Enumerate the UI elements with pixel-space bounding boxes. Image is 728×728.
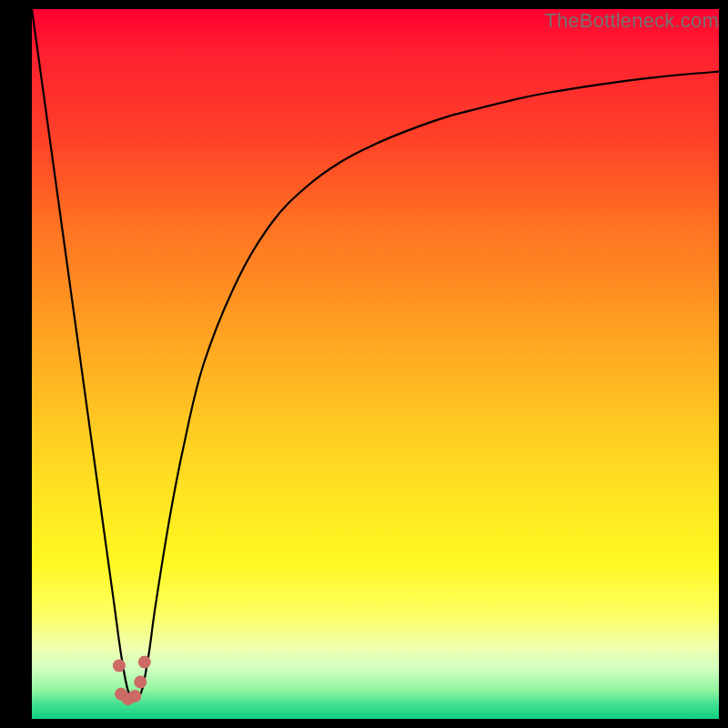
- plot-area: [32, 9, 719, 719]
- bottleneck-curve: [32, 9, 719, 719]
- min-marker: [128, 690, 141, 703]
- min-marker: [134, 675, 147, 688]
- watermark-text: TheBottleneck.com: [544, 9, 719, 33]
- chart-container: TheBottleneck.com: [0, 0, 728, 728]
- min-marker: [113, 660, 126, 672]
- min-marker: [138, 656, 151, 669]
